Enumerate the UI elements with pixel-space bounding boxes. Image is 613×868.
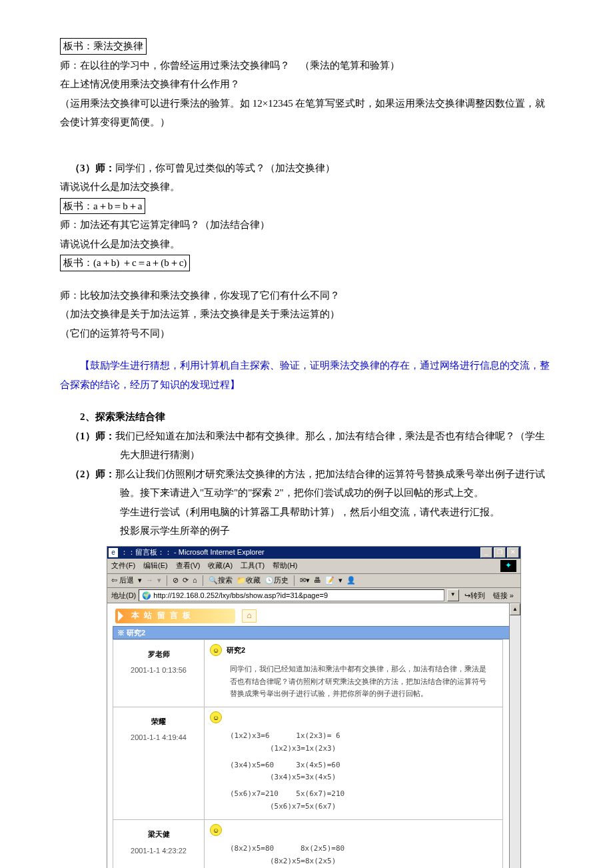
window-titlebar: e ：：留言板：： - Microsoft Internet Explorer …	[107, 547, 520, 559]
teacher-line: 师：比较加法交换律和乘法交换律，你发现了它们有什么不同？	[60, 286, 553, 305]
links-button[interactable]: 链接 »	[490, 590, 516, 601]
post-author: 罗老师	[119, 644, 199, 664]
site-banner: 本 站 留 言 板	[115, 609, 235, 623]
teacher-line: 师：在以往的学习中，你曾经运用过乘法交换律吗？ （乘法的笔算和验算）	[60, 56, 553, 75]
post-time: 2001-1-1 4:23:22	[119, 845, 199, 868]
text-line: 请说说什么是加法交换律。	[60, 177, 553, 197]
window-title: ：：留言板：： - Microsoft Internet Explorer	[121, 547, 265, 557]
text-line: （加法交换律是关于加法运算，乘法交换律是关于乘法运算的）	[60, 305, 553, 324]
item-3: （3）师：同学们，你可曾见过类似的等式？（加法交换律）	[60, 159, 553, 178]
home-button[interactable]: ⌂	[193, 575, 197, 585]
history-button[interactable]: 🕓历史	[265, 575, 289, 585]
boxed-text-2: 板书：a＋b＝b＋a	[60, 198, 145, 215]
address-bar: 地址(D) 🌍 http://192.168.0.252/lxy/bbs/sho…	[107, 588, 520, 603]
messenger-button[interactable]: 👤	[346, 575, 356, 585]
bbs-table: 罗老师 2001-1-1 0:13:56 ☺ 研究2 同学们，我们已经知道加法和…	[113, 639, 503, 868]
menu-bar: 文件(F) 编辑(E) 查看(V) 收藏(A) 工具(T) 帮助(H) ✦	[107, 559, 520, 574]
back-button[interactable]: ⇦ 后退	[111, 575, 134, 585]
page-content: 本 站 留 言 板 ⌂ ※ 研究2 罗老师 2001-1-1 0:13:56 ☺…	[107, 603, 520, 868]
post-time: 2001-1-1 4:19:44	[119, 731, 199, 759]
item-2-2: （2）师：那么让我们仿照刚才研究乘法交换律的方法，把加法结合律的运算符号替换成乘…	[60, 465, 553, 503]
browser-window: e ：：留言板：： - Microsoft Internet Explorer …	[107, 546, 521, 869]
ie-icon: e	[109, 548, 118, 557]
address-dropdown[interactable]: ▼	[447, 589, 459, 601]
toolbar: ⇦ 后退 ▾ → ▾ ⊘ ⟳ ⌂ 🔍搜索 📁收藏 🕓历史 ✉▾ 🖶 📝 ▾ 👤	[107, 574, 520, 588]
text-line: （它们的运算符号不同）	[60, 324, 553, 343]
smiley-icon: ☺	[210, 644, 222, 656]
stop-button[interactable]: ⊘	[173, 575, 179, 585]
smiley-icon: ☺	[210, 711, 222, 723]
mail-button[interactable]: ✉▾	[300, 575, 310, 585]
post-body: 同学们，我们已经知道加法和乘法中都有交换律，那么，加法有结合律，乘法是否也有结合…	[210, 656, 497, 703]
minimize-button[interactable]: _	[480, 547, 492, 558]
post-author: 梁天健	[119, 824, 199, 844]
edit-button[interactable]: 📝	[325, 575, 334, 585]
post-body: (1x2)x3=6 1x(2x3)= 6 (1x2)x3=1x(2x3) (3x…	[210, 723, 497, 815]
address-input[interactable]: 🌍 http://192.168.0.252/lxy/bbs/show.asp?…	[139, 589, 444, 601]
vertical-scrollbar[interactable]: ▲ ▼	[509, 603, 520, 868]
menu-edit[interactable]: 编辑(E)	[143, 561, 168, 570]
table-row: 罗老师 2001-1-1 0:13:56 ☺ 研究2 同学们，我们已经知道加法和…	[113, 640, 503, 707]
refresh-button[interactable]: ⟳	[183, 575, 189, 585]
post-title: 研究2	[227, 645, 245, 655]
teacher-line: 师：加法还有其它运算定律吗？（加法结合律）	[60, 215, 553, 235]
throbber-icon: ✦	[500, 560, 516, 572]
menu-tools[interactable]: 工具(T)	[241, 561, 265, 570]
boxed-text-3: 板书：(a＋b) ＋c＝a＋(b＋c)	[60, 255, 190, 271]
menu-file[interactable]: 文件(F)	[111, 561, 135, 570]
boxed-text-1: 板书：乘法交换律	[60, 38, 147, 55]
address-label: 地址(D)	[111, 591, 136, 600]
print-button[interactable]: 🖶	[314, 575, 321, 585]
post-author: 荣耀	[119, 711, 199, 731]
post-body: (8x2)x5=80 8x(2x5)=80 (8x2)x5=8x(2x5) (2…	[210, 836, 497, 868]
forward-button[interactable]: →	[146, 575, 153, 585]
post-time: 2001-1-1 0:13:56	[119, 664, 199, 692]
discuss-button[interactable]: ▾	[338, 575, 342, 585]
item-2-1: （1）师：我们已经知道在加法和乘法中都有交换律。那么，加法有结合律，乘法是否也有…	[60, 427, 553, 465]
text-line: 学生进行尝试（利用电脑的计算器工具帮助计算），然后小组交流，请代表进行汇报。	[60, 503, 553, 522]
text-line: （运用乘法交换律可以进行乘法的验算。如 12×12345 在笔算写竖式时，如果运…	[60, 94, 553, 132]
home-icon[interactable]: ⌂	[242, 609, 257, 623]
close-button[interactable]: ✕	[507, 547, 519, 558]
topic-header: ※ 研究2	[113, 626, 515, 639]
favorites-button[interactable]: 📁收藏	[237, 575, 261, 585]
maximize-button[interactable]: ❐	[494, 547, 506, 558]
search-button[interactable]: 🔍搜索	[209, 575, 233, 585]
table-row: 荣耀 2001-1-1 4:19:44 ☺ (1x2)x3=6 1x(2x3)=…	[113, 707, 503, 820]
menu-help[interactable]: 帮助(H)	[273, 561, 297, 570]
text-line: 请说说什么是加法交换律。	[60, 235, 553, 254]
page-icon: 🌍	[142, 591, 151, 600]
scroll-up-button[interactable]: ▲	[510, 603, 520, 615]
back-dropdown[interactable]: ▾	[138, 575, 142, 585]
text-line: 投影展示学生所举的例子	[60, 521, 553, 541]
highlight-note: 【鼓励学生进行猜想，利用计算机自主探索、验证，证明乘法交换律的存在，通过网络进行…	[60, 356, 553, 394]
menu-favorites[interactable]: 收藏(A)	[208, 561, 233, 570]
text-line: 在上述情况使用乘法交换律有什么作用？	[60, 75, 553, 94]
table-row: 梁天健 2001-1-1 4:23:22 ☺ (8x2)x5=80 8x(2x5…	[113, 820, 503, 868]
menu-view[interactable]: 查看(V)	[176, 561, 201, 570]
forward-dropdown[interactable]: ▾	[157, 575, 161, 585]
section-heading-2: 2、探索乘法结合律	[60, 407, 553, 427]
smiley-icon: ☺	[210, 824, 222, 836]
go-button[interactable]: ↪转到	[462, 590, 488, 601]
